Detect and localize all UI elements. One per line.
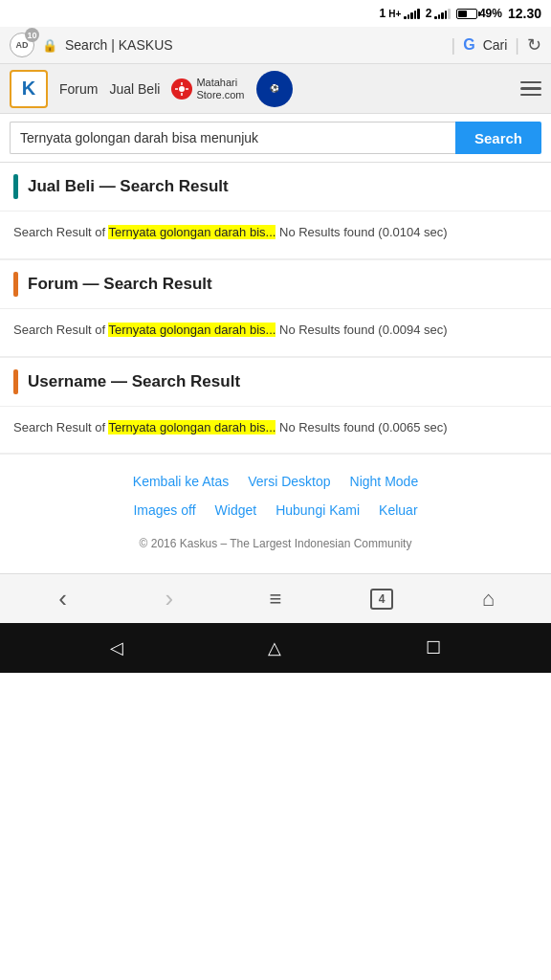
android-nav: ◁ △ ☐: [0, 623, 551, 673]
forward-button[interactable]: ›: [148, 578, 190, 620]
forum-highlight: Ternyata golongan darah bis...: [108, 323, 276, 337]
hamburger-menu[interactable]: [520, 81, 541, 97]
status-bar: 1 H+ 2 49% 12.30: [0, 0, 551, 27]
keluar-link[interactable]: Keluar: [379, 502, 417, 518]
jual-beli-result: Search Result of Ternyata golongan darah…: [13, 223, 538, 243]
bundul-italia-logo[interactable]: ⚽: [256, 71, 293, 107]
jual-beli-title: Jual Beli — Search Result: [28, 177, 229, 196]
footer-copyright: © 2016 Kaskus – The Largest Indonesian C…: [13, 531, 538, 564]
username-body: Search Result of Ternyata golongan darah…: [0, 407, 551, 456]
widget-link[interactable]: Widget: [215, 502, 257, 518]
sim2-group: 2: [426, 7, 451, 20]
tab-count: 4: [370, 589, 393, 610]
username-title: Username — Search Result: [28, 372, 240, 391]
page-title: Search | KASKUS: [65, 37, 444, 53]
sim1-signal: [404, 8, 420, 19]
jual-beli-highlight: Ternyata golongan darah bis...: [108, 225, 276, 239]
battery-percent: 49%: [479, 7, 502, 20]
battery-fill: [458, 11, 467, 17]
forum-result: Search Result of Ternyata golongan darah…: [13, 321, 538, 341]
home-button[interactable]: ⌂: [467, 578, 509, 620]
reload-icon[interactable]: ↻: [527, 34, 541, 56]
menu-button[interactable]: ≡: [254, 578, 297, 620]
lock-icon: 🔒: [42, 38, 57, 53]
jual-beli-section: Jual Beli — Search Result Search Result …: [0, 163, 551, 260]
android-recent-button[interactable]: ☐: [426, 637, 441, 658]
cari-label: Cari: [483, 37, 508, 53]
svg-point-0: [179, 86, 185, 92]
kaskus-logo[interactable]: K: [10, 70, 48, 108]
jual-beli-header: Jual Beli — Search Result: [0, 163, 551, 212]
username-section: Username — Search Result Search Result o…: [0, 358, 551, 456]
matahari-store-logo[interactable]: Matahari Store.com: [171, 77, 244, 100]
back-icon: ‹: [58, 584, 67, 613]
images-off-link[interactable]: Images off: [133, 502, 195, 518]
kembali-ke-atas-link[interactable]: Kembali ke Atas: [133, 474, 229, 489]
ad-badge: AD 10: [10, 33, 34, 57]
matahari-text: Matahari Store.com: [196, 77, 244, 100]
menu-icon: ≡: [270, 587, 282, 612]
nav-bar: K Forum Jual Beli Matahari Store.com ⚽: [0, 64, 551, 114]
jual-beli-accent: [13, 174, 18, 199]
results-container: Jual Beli — Search Result Search Result …: [0, 163, 551, 455]
divider-2: |: [515, 35, 519, 56]
browser-address-bar: AD 10 🔒 Search | KASKUS | G Cari | ↻: [0, 27, 551, 64]
search-bar: Search: [0, 114, 551, 163]
night-mode-link[interactable]: Night Mode: [350, 474, 419, 489]
battery-indicator: 49%: [456, 7, 502, 20]
sim2-signal: [434, 8, 451, 19]
matahari-icon: [171, 78, 192, 100]
search-button[interactable]: Search: [455, 122, 541, 154]
divider-1: |: [452, 35, 456, 56]
back-button[interactable]: ‹: [42, 578, 84, 620]
nav-forum[interactable]: Forum: [59, 81, 98, 97]
footer: Kembali ke Atas Versi Desktop Night Mode…: [0, 455, 551, 573]
footer-row-1: Kembali ke Atas Versi Desktop Night Mode: [13, 474, 538, 489]
sim1-number: 1: [379, 7, 386, 20]
sim1-group: 1 H+: [379, 7, 419, 20]
footer-row-2: Images off Widget Hubungi Kami Keluar: [13, 502, 538, 518]
bottom-nav: ‹ › ≡ 4 ⌂: [0, 573, 551, 623]
username-accent: [13, 369, 18, 394]
username-highlight: Ternyata golongan darah bis...: [108, 420, 276, 434]
forum-section: Forum — Search Result Search Result of T…: [0, 260, 551, 358]
forward-icon: ›: [165, 584, 173, 613]
nav-jual-beli[interactable]: Jual Beli: [109, 81, 160, 97]
username-header: Username — Search Result: [0, 358, 551, 407]
forum-body: Search Result of Ternyata golongan darah…: [0, 309, 551, 358]
hubungi-kami-link[interactable]: Hubungi Kami: [276, 502, 360, 518]
jual-beli-body: Search Result of Ternyata golongan darah…: [0, 212, 551, 260]
google-icon: G: [463, 36, 474, 54]
versi-desktop-link[interactable]: Versi Desktop: [248, 474, 330, 489]
ad-count: 10: [25, 28, 39, 42]
tab-switcher-button[interactable]: 4: [361, 578, 403, 620]
sim1-network: H+: [388, 9, 401, 19]
forum-header: Forum — Search Result: [0, 260, 551, 309]
sim2-number: 2: [426, 7, 432, 20]
home-icon: ⌂: [482, 587, 495, 612]
clock: 12.30: [508, 6, 541, 21]
search-input[interactable]: [10, 122, 455, 154]
forum-title: Forum — Search Result: [28, 275, 212, 294]
forum-accent: [13, 272, 18, 297]
android-back-button[interactable]: ◁: [110, 637, 123, 658]
android-home-button[interactable]: △: [268, 637, 281, 658]
username-result: Search Result of Ternyata golongan darah…: [13, 418, 538, 438]
battery-body: [456, 9, 477, 19]
